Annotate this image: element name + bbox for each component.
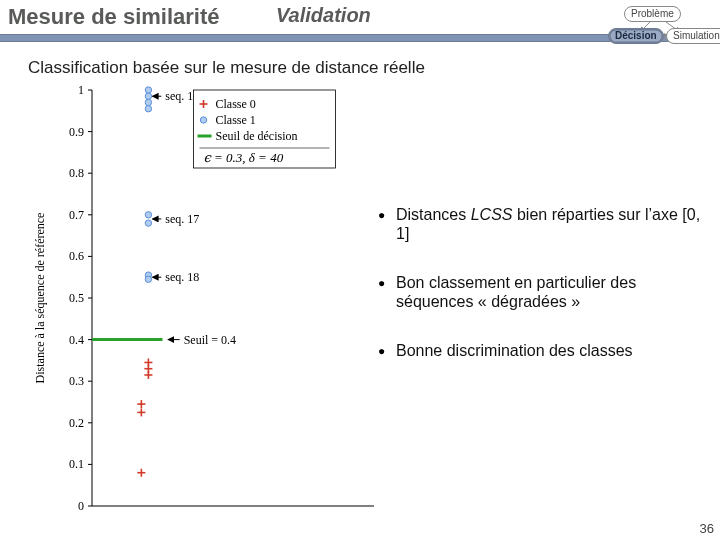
svg-point-33 <box>145 212 151 218</box>
svg-text:0.9: 0.9 <box>69 125 84 139</box>
svg-text:Seuil = 0.4: Seuil = 0.4 <box>184 333 236 347</box>
svg-point-32 <box>145 106 151 112</box>
nav-node-decision: Décision <box>608 28 664 44</box>
bullet-item-1: Distances LCSS bien réparties sur l’axe … <box>378 206 704 244</box>
svg-point-61 <box>200 117 206 123</box>
svg-text:Distance à la séquence de réfé: Distance à la séquence de référence <box>33 213 47 384</box>
bullet-item-2: Bon classement en particulier des séquen… <box>378 274 704 312</box>
svg-text:Classe 1: Classe 1 <box>216 113 256 127</box>
svg-point-36 <box>145 276 151 282</box>
svg-text:1: 1 <box>78 84 84 97</box>
svg-text:0.5: 0.5 <box>69 291 84 305</box>
svg-point-30 <box>145 93 151 99</box>
svg-text:seq. 17: seq. 17 <box>165 212 199 226</box>
svg-point-34 <box>145 220 151 226</box>
slide-subtitle-italic: Validation <box>276 4 371 27</box>
svg-point-31 <box>145 99 151 105</box>
svg-text:ϵ = 0.3,  δ = 40: ϵ = 0.3, δ = 40 <box>204 150 284 165</box>
scatter-chart: 00.10.20.30.40.50.60.70.80.91Distance à … <box>30 84 380 524</box>
svg-text:0.3: 0.3 <box>69 374 84 388</box>
svg-text:0.4: 0.4 <box>69 333 84 347</box>
svg-text:0.8: 0.8 <box>69 166 84 180</box>
svg-text:Seuil de décision: Seuil de décision <box>216 129 298 143</box>
section-subtitle: Classification basée sur le mesure de di… <box>28 58 425 78</box>
svg-text:0.1: 0.1 <box>69 457 84 471</box>
slide: Mesure de similarité Validation Problème… <box>0 0 720 540</box>
scatter-chart-svg: 00.10.20.30.40.50.60.70.80.91Distance à … <box>30 84 380 524</box>
svg-text:Classe 0: Classe 0 <box>216 97 256 111</box>
bullet-item-3: Bonne discrimination des classes <box>378 342 704 361</box>
svg-text:seq. 18: seq. 18 <box>165 270 199 284</box>
nav-node-simulation: Simulation <box>666 28 720 44</box>
svg-text:0.6: 0.6 <box>69 249 84 263</box>
bullet-list: Distances LCSS bien réparties sur l’axe … <box>378 206 704 390</box>
nav-node-problem: Problème <box>624 6 681 22</box>
svg-text:0: 0 <box>78 499 84 513</box>
svg-point-29 <box>145 87 151 93</box>
svg-text:0.7: 0.7 <box>69 208 84 222</box>
svg-text:0.2: 0.2 <box>69 416 84 430</box>
nav-diagram: Problème Simulation Décision <box>564 6 714 62</box>
slide-title: Mesure de similarité <box>8 4 220 30</box>
page-number: 36 <box>700 521 714 536</box>
